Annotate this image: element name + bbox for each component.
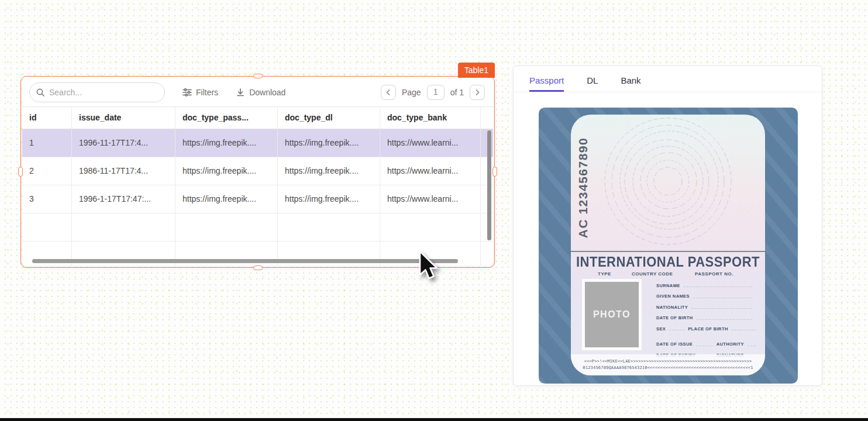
meta-passport-no-label: PASSPORT NO. bbox=[695, 271, 733, 277]
download-icon bbox=[236, 88, 245, 97]
search-input[interactable]: Search... bbox=[29, 82, 165, 102]
passport-data-section: INTERNATIONAL PASSPORT TYPE COUNTRY CODE… bbox=[571, 252, 765, 375]
table-row-empty bbox=[22, 213, 493, 241]
table-header-row: id issue_date doc_type_pass... doc_type_… bbox=[22, 107, 493, 129]
tab-bank[interactable]: Bank bbox=[621, 75, 640, 92]
guilloche-pattern bbox=[598, 115, 738, 251]
cell-doc-type-bank[interactable]: https://www.learni... bbox=[380, 185, 481, 213]
cell-id[interactable]: 1 bbox=[22, 129, 72, 157]
cell-issue-date[interactable]: 1996-1-17T17:47:... bbox=[72, 185, 175, 213]
cell-doc-type-bank[interactable]: https://www.learni... bbox=[380, 157, 481, 185]
mrz-line-1: <<<P>>!<<MIKE<<LAE>>>>>>>>>>>>>>>>>>>>>>… bbox=[571, 358, 765, 365]
cell-doc-type-bank[interactable]: https://www.learni... bbox=[380, 129, 481, 157]
table-toolbar: Search... Filters bbox=[22, 78, 493, 107]
horizontal-scrollbar[interactable] bbox=[32, 259, 458, 263]
meta-country-code-label: COUNTRY CODE bbox=[632, 271, 673, 277]
cell-issue-date[interactable]: 1996-11-17T17:4... bbox=[72, 129, 175, 157]
column-header-issue-date[interactable]: issue_date bbox=[72, 107, 175, 129]
tab-dl[interactable]: DL bbox=[587, 75, 598, 92]
tab-passport[interactable]: Passport bbox=[529, 75, 564, 92]
field-given-names: GIVEN NAMES bbox=[656, 294, 690, 299]
cell-doc-type-dl[interactable]: https://img.freepik.... bbox=[278, 129, 380, 157]
next-page-button[interactable] bbox=[470, 85, 485, 100]
widget-name-tag[interactable]: Table1 bbox=[458, 63, 495, 78]
table-row[interactable]: 2 1986-11-17T17:4... https://img.freepik… bbox=[22, 157, 493, 185]
download-button[interactable]: Download bbox=[236, 88, 285, 97]
vertical-scrollbar[interactable] bbox=[487, 130, 491, 240]
resize-handle-top[interactable] bbox=[253, 74, 263, 78]
download-label: Download bbox=[249, 88, 285, 97]
page-number-input[interactable]: 1 bbox=[427, 85, 445, 100]
pagination: Page 1 of 1 bbox=[381, 85, 485, 100]
filters-label: Filters bbox=[196, 88, 218, 97]
cell-doc-type-pass[interactable]: https://img.freepik.... bbox=[175, 157, 278, 185]
table-row[interactable]: 3 1996-1-17T17:47:... https://img.freepi… bbox=[22, 185, 493, 213]
mouse-cursor bbox=[418, 250, 442, 281]
column-header-doc-type-pass[interactable]: doc_type_pass... bbox=[175, 107, 278, 129]
column-header-doc-type-bank[interactable]: doc_type_bank bbox=[380, 107, 481, 129]
table-widget[interactable]: Table1 Search... bbox=[22, 78, 493, 266]
table-row[interactable]: 1 1996-11-17T17:4... https://img.freepik… bbox=[22, 129, 493, 157]
photo-placeholder: PHOTO bbox=[582, 279, 642, 350]
meta-type-label: TYPE bbox=[598, 271, 611, 277]
filters-button[interactable]: Filters bbox=[182, 88, 218, 97]
filter-icon bbox=[182, 88, 192, 97]
cell-id[interactable]: 3 bbox=[22, 185, 72, 213]
passport-title: INTERNATIONAL PASSPORT bbox=[571, 254, 765, 270]
resize-handle-bottom[interactable] bbox=[253, 265, 263, 270]
screen-bottom-edge bbox=[0, 418, 868, 421]
passport-fields: SURNAME GIVEN NAMES NATIONALITY DATE OF … bbox=[656, 280, 756, 361]
cell-issue-date[interactable]: 1986-11-17T17:4... bbox=[72, 157, 175, 185]
app-canvas: Table1 Search... bbox=[0, 0, 868, 421]
mrz-zone: <<<P>>!<<MIKE<<LAE>>>>>>>>>>>>>>>>>>>>>>… bbox=[571, 354, 765, 375]
column-header-doc-type-dl[interactable]: doc_type_dl bbox=[278, 107, 380, 129]
field-nationality: NATIONALITY bbox=[656, 305, 688, 310]
cell-doc-type-pass[interactable]: https://img.freepik.... bbox=[175, 129, 278, 157]
field-authority: AUTHORITY bbox=[717, 341, 744, 347]
field-surname: SURNAME bbox=[656, 283, 680, 288]
field-place-of-birth: PLACE OF BIRTH bbox=[688, 326, 728, 332]
cell-doc-type-dl[interactable]: https://img.freepik.... bbox=[278, 157, 380, 185]
search-placeholder: Search... bbox=[49, 88, 82, 97]
passport-page: AC 1234567890 INTERNATIONAL PASSPORT TYP… bbox=[571, 115, 765, 375]
passport-meta-row: TYPE COUNTRY CODE PASSPORT NO. bbox=[571, 271, 765, 279]
cell-id[interactable]: 2 bbox=[22, 157, 72, 185]
cell-doc-type-dl[interactable]: https://img.freepik.... bbox=[278, 185, 380, 213]
page-total-label: of 1 bbox=[450, 88, 464, 97]
prev-page-button[interactable] bbox=[381, 85, 396, 100]
passport-serial-number: AC 1234567890 bbox=[576, 123, 591, 252]
doc-tab-bar: Passport DL Bank bbox=[514, 66, 822, 92]
field-sex: SEX bbox=[656, 326, 666, 332]
search-icon bbox=[36, 88, 45, 97]
document-viewer-card: Passport DL Bank AC 1234567890 bbox=[513, 65, 822, 386]
page-label: Page bbox=[402, 88, 421, 97]
cell-doc-type-pass[interactable]: https://img.freepik.... bbox=[175, 185, 278, 213]
passport-image: AC 1234567890 INTERNATIONAL PASSPORT TYP… bbox=[539, 108, 798, 384]
field-date-of-issue: DATE OF ISSUE bbox=[656, 341, 693, 347]
resize-handle-left[interactable] bbox=[18, 167, 23, 177]
column-header-id[interactable]: id bbox=[22, 107, 72, 129]
mrz-line-2: 0123456789QAAAA9876543210<<<<<<<<<<<<<<<… bbox=[571, 365, 765, 371]
resize-handle-right[interactable] bbox=[492, 167, 497, 177]
field-date-of-birth: DATE OF BIRTH bbox=[656, 315, 693, 320]
